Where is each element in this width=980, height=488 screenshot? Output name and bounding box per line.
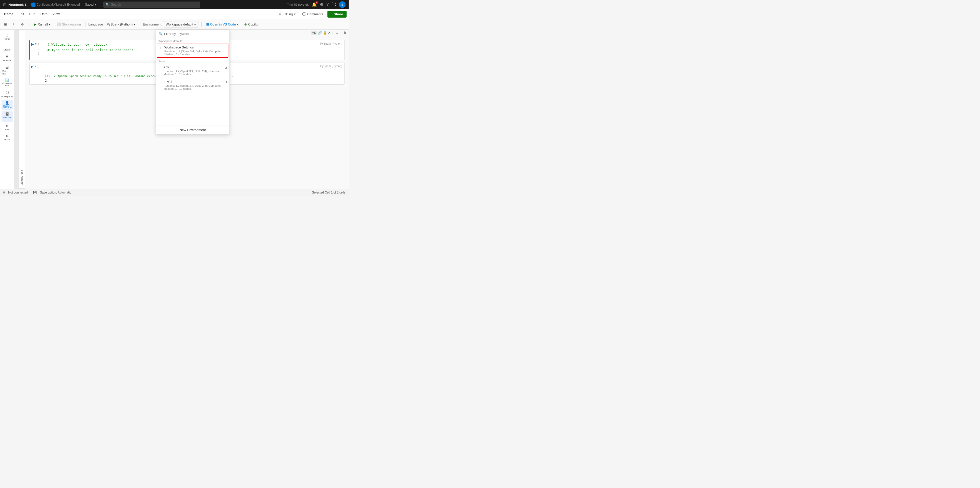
home-icon: ⌂ — [6, 33, 8, 37]
dropdown-env11-name: env11 — [164, 80, 223, 84]
sidebar-label-datahub: Data hub — [3, 70, 12, 75]
output-label: [1] — [45, 74, 50, 78]
sidebar-item-home[interactable]: ⌂ Home — [2, 32, 13, 42]
download-button[interactable]: ⬇ — [11, 21, 18, 27]
copilot-button[interactable]: ⊕ Copilot — [242, 21, 260, 27]
avatar[interactable]: S — [339, 1, 345, 8]
chevron-down-icon[interactable]: ▾ — [95, 3, 96, 6]
datahub-icon: ⊞ — [5, 65, 9, 69]
feedback-icon[interactable]: ⛶ — [332, 2, 336, 7]
dropdown-env-item[interactable]: ✓ env Runtime: 1.2 (Spark 3.4, Delta 2.4… — [156, 63, 229, 78]
editing-button[interactable]: ✏ Editing ▾ — [277, 11, 298, 17]
format-button[interactable]: ⊞ — [2, 21, 9, 27]
separator4 — [201, 22, 202, 27]
sidebar-item-env[interactable]: ⚙ env — [2, 123, 13, 132]
chevron-down-icon: ▾ — [134, 22, 135, 26]
cell-1-run-button[interactable]: ▶ — [31, 42, 34, 46]
sidebar-item-env11[interactable]: ⚙ env11 — [2, 133, 13, 142]
sidebar-label-user: Shuaijun_Demo_Env — [3, 105, 12, 109]
comments-button[interactable]: 💬 Comments — [300, 11, 326, 17]
collapse-panel-button[interactable]: › — [14, 30, 19, 189]
cell-1-expand-button[interactable]: ▾ — [35, 42, 37, 46]
menu-data[interactable]: Data — [38, 11, 49, 17]
ml-label[interactable]: ML — [311, 31, 317, 35]
cell-2-line-numbers: 1 — [37, 65, 39, 69]
stop-session-button[interactable]: ⬜ Stop session — [55, 21, 83, 27]
lakehouses-tab[interactable]: Lakehouses — [19, 30, 25, 189]
open-vs-code-button[interactable]: ⊞ Open in VS Code ▾ — [204, 21, 241, 27]
dropdown-workspace-settings-item[interactable]: ✓ Workspace Settings Runtime: 1.2 (Spark… — [157, 44, 228, 58]
cell-2-gutter: ▶ ▾ 1 — [30, 62, 45, 72]
saved-status: Saved ▾ — [85, 3, 96, 6]
dropdown-items-section-label: Items — [156, 58, 229, 63]
cell-2-run-button[interactable]: ▶ — [30, 65, 33, 68]
monitoring-icon: 📊 — [5, 79, 9, 82]
sidebar-label-monitoring: Monitoring hub — [2, 82, 12, 87]
sidebar-item-workspaces[interactable]: ⬡ Workspaces — [2, 89, 13, 99]
dropdown-search-icon: 🔍 — [159, 32, 162, 36]
lock-icon[interactable]: 🔒 — [323, 31, 327, 35]
sidebar-item-notebook1[interactable]: 📓 Notebook 1 — [2, 111, 13, 122]
delete-icon[interactable]: 🗑 — [343, 31, 347, 35]
sidebar-item-browse[interactable]: ≡ Browse — [2, 53, 13, 63]
cell-2-expand-button[interactable]: ▾ — [35, 65, 36, 68]
sidebar-item-datahub[interactable]: ⊞ Data hub — [2, 64, 13, 76]
top-bar: ⊞ Notebook 1 | C Confidential\Microsoft … — [0, 0, 348, 9]
create-icon: + — [6, 44, 8, 48]
more-icon[interactable]: ··· — [339, 31, 342, 35]
settings-icon[interactable]: ⚙ — [320, 2, 323, 7]
status-dot — [3, 192, 5, 193]
dropdown-env-external-icon[interactable]: ⊔ — [224, 66, 227, 69]
pencil-icon: ✏ — [279, 12, 282, 16]
sidebar-label-env11: env11 — [4, 138, 10, 141]
menu-home[interactable]: Home — [2, 11, 15, 17]
chevron-down-icon: ▾ — [194, 22, 196, 26]
grid-icon: ⊞ — [3, 2, 6, 7]
menu-view[interactable]: View — [51, 11, 62, 17]
separator2: - — [82, 3, 83, 6]
run-indicator: ✓ — [54, 74, 56, 78]
run-all-button[interactable]: ▶ Run all ▾ — [32, 21, 53, 27]
environment-dropdown: 🔍 Workspace default ✓ Workspace Settings… — [156, 30, 230, 135]
user-icon: 👤 — [5, 101, 9, 105]
layout-icon[interactable]: ⊡ — [332, 31, 334, 35]
help-icon[interactable]: ? — [326, 2, 329, 7]
language-selector[interactable]: PySpark (Python) ▾ — [105, 21, 138, 27]
add-icon[interactable]: ⊕ — [336, 31, 339, 35]
dropdown-env11-item[interactable]: ✓ env11 Runtime: 1.2 (Spark 3.4, Delta 2… — [156, 78, 229, 92]
search-box[interactable]: 🔍 — [103, 2, 200, 8]
dropdown-check-icon: ✓ — [159, 46, 163, 50]
dropdown-env-desc: Runtime: 1.2 (Spark 3.4, Delta 2.4); Com… — [164, 70, 223, 76]
menu-edit[interactable]: Edit — [16, 11, 26, 17]
close-icon[interactable]: ✕ — [328, 31, 331, 35]
dropdown-env11-desc: Runtime: 1.2 (Spark 3.4, Delta 2.4); Com… — [164, 84, 223, 90]
toolbar-right: ✏ Editing ▾ 💬 Comments ↑ Share — [277, 11, 347, 17]
dropdown-env11-external-icon[interactable]: ⊔ — [224, 80, 227, 84]
copilot-icon: ⊕ — [244, 22, 247, 26]
sidebar-label-notebook1: Notebook 1 — [3, 116, 12, 121]
search-input[interactable] — [111, 3, 198, 6]
share-button[interactable]: ↑ Share — [328, 11, 347, 17]
breadcrumb: C Confidential\Microsoft Extended — [32, 3, 80, 6]
sidebar-label-browse: Browse — [3, 59, 11, 62]
sidebar-label-env: env — [5, 128, 9, 131]
sidebar-item-user[interactable]: 👤 Shuaijun_Demo_Env — [2, 100, 13, 110]
status-bar-right: Selected Cell 1 of 2 cells — [312, 191, 345, 194]
workspace-selector[interactable]: Workspace default ▾ — [163, 21, 199, 27]
sidebar-item-monitoring[interactable]: 📊 Monitoring hub — [2, 77, 13, 89]
sidebar-item-create[interactable]: + Create — [2, 42, 13, 52]
menu-run[interactable]: Run — [27, 11, 38, 17]
not-connected-label: Not connected — [8, 191, 28, 194]
notification-count: 5 — [315, 1, 318, 4]
dropdown-search-input[interactable] — [164, 32, 227, 36]
cell-2-language: PySpark (Python) — [318, 62, 344, 68]
notebook-icon: 📓 — [5, 112, 9, 116]
browse-icon: ≡ — [6, 55, 8, 59]
dropdown-workspace-settings-desc: Runtime: 1.2 (Spark 3.4, Delta 2.4); Com… — [164, 50, 226, 56]
dropdown-new-env-button[interactable]: New Environment — [156, 125, 229, 135]
link-icon[interactable]: 🔗 — [318, 31, 322, 35]
sidebar-label-home: Home — [4, 38, 10, 40]
settings-button[interactable]: ⚙ — [19, 21, 26, 27]
notification-bell[interactable]: 🔔 5 — [312, 2, 317, 7]
chevron-down-icon: ▾ — [237, 22, 239, 26]
